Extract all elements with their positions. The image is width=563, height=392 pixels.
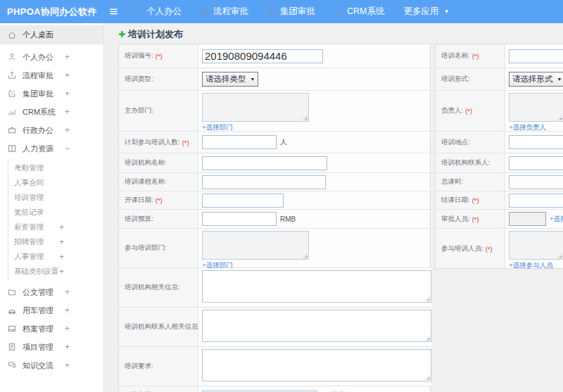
field-label-cell: 培训机构名称: [119,153,198,172]
sidebar-item-crm-system[interactable]: CRM系统+ [0,103,103,121]
training-org-contact-info-textarea[interactable] [202,310,431,342]
topbar: PHPOA协同办公软件 个人办公流程审批集团审批CRM系统更多应用▼ [0,0,563,23]
expand-toggle[interactable]: + [65,70,70,80]
field-label: 总课时: [441,177,463,186]
training-org-contact-input[interactable] [509,156,563,170]
required-mark: (*) [472,52,479,60]
expand-toggle[interactable]: + [65,342,70,352]
sidebar-subitem-salary-mgmt[interactable]: 薪资管理+ [8,220,103,234]
approver-link[interactable]: +选择审批人员 [550,215,563,224]
field-label: 培训课程名称: [125,177,167,186]
expand-toggle[interactable]: + [65,305,70,315]
caret-down-icon: ▼ [443,8,449,15]
sidebar-subitem-personnel-contract[interactable]: 人事合同 [8,175,103,190]
sidebar-subitem-training-mgmt[interactable]: 培训管理 [8,190,103,205]
participating-departments-textarea[interactable] [202,231,309,260]
sidebar-item-label: 知识交流 [23,360,53,371]
sidebar-item-label: 公文管理 [23,287,53,298]
sidebar-item-personal-office[interactable]: 个人办公+ [0,48,103,66]
training-requirements-textarea[interactable] [202,349,431,381]
nav-item-more-apps[interactable]: 更多应用▼ [403,6,449,18]
expand-toggle[interactable]: + [65,287,70,297]
field-label: 负责人: [441,106,463,115]
training-type-select[interactable]: 请选择类型▼ [202,72,258,87]
expand-toggle[interactable]: + [65,324,70,334]
required-mark: (*) [486,245,493,253]
expand-toggle[interactable]: − [65,144,70,153]
sidebar-item-vehicle-mgmt[interactable]: 用车管理+ [0,301,103,320]
training-org-name-input[interactable] [202,156,327,170]
sidebar-item-archive-mgmt[interactable]: 档案管理+ [0,320,103,338]
sidebar-item-personal-desktop[interactable]: 个人桌面 [0,25,103,44]
participating-persons-link[interactable]: +选择参与人员 [509,261,553,270]
sidebar-item-group-approval[interactable]: 集团审批+ [0,84,103,103]
expand-toggle[interactable]: + [59,267,64,277]
field-label: 培训类型: [125,75,153,84]
nav-item-label: 流程审批 [213,6,248,18]
approver-input[interactable] [509,212,546,226]
sidebar-item-document-mgmt[interactable]: 公文管理+ [0,283,103,301]
start-date-input[interactable] [202,194,284,208]
training-form-select[interactable]: 请选择形式▼ [509,72,563,87]
expand-toggle[interactable]: + [65,89,70,99]
sidebar-item-label: 项目管理 [23,342,53,353]
field-label-cell: 计划参与培训人数:(*) [119,132,198,153]
sidebar-subitem-basic-category-settings[interactable]: 基础类别设置+ [8,264,103,279]
training-course-name-input[interactable] [202,175,326,189]
training-name-input[interactable] [509,49,563,63]
training-location-input[interactable] [509,135,563,149]
sidebar-item-workflow-approval[interactable]: 流程审批+ [0,66,103,84]
sidebar-item-human-resources[interactable]: 人力资源− [0,139,103,158]
end-date-input[interactable] [509,194,563,208]
training-org-info-textarea[interactable] [202,270,431,303]
expand-toggle[interactable]: + [59,237,64,247]
sidebar-subitem-personnel-mgmt[interactable]: 人事管理+ [8,249,103,264]
nav-item-label: 个人办公 [146,6,182,18]
home-icon [7,30,17,40]
total-class-hours-input[interactable] [509,175,563,189]
expand-toggle[interactable]: + [65,107,70,117]
field-label-cell: 总课时: [436,173,505,191]
sidebar-subitem-attendance-mgmt[interactable]: 考勤管理 [8,160,103,175]
hamburger-menu-icon[interactable] [108,0,119,23]
form-row: 培训课程名称: [119,173,430,191]
expand-toggle[interactable]: + [65,360,70,370]
field-label: 培训编号: [125,51,153,61]
required-mark: (*) [156,52,163,60]
nav-item-group-approval[interactable]: 集团审批 [267,6,315,18]
nav-item-crm-system[interactable]: CRM系统 [334,6,384,18]
expand-toggle[interactable]: + [59,252,64,262]
field-value-cell [198,308,431,346]
field-label-cell: 开课日期:(*) [119,191,198,209]
person-in-charge-textarea[interactable] [509,93,563,122]
field-label-cell: 培训名称:(*) [436,44,505,68]
expand-toggle[interactable]: + [59,222,64,232]
sidebar-item-label: 行政办公 [23,125,53,136]
form-row: 附件文档:+附件上传 [119,386,430,392]
training-number-input[interactable] [202,49,323,63]
field-value-cell [505,132,563,153]
field-value-cell [505,191,563,209]
participating-persons-textarea[interactable] [509,231,563,260]
expand-toggle[interactable]: + [65,52,70,62]
sidebar-item-knowledge-exchange[interactable]: 知识交流+ [0,356,103,374]
expand-toggle[interactable]: + [65,125,70,135]
sidebar-item-label: 流程审批 [23,70,53,81]
training-form-right-table: 培训名称:(*)培训形式:请选择形式▼负责人:(*)+选择负责人培训地点:培训机… [435,44,563,269]
host-department-textarea[interactable] [202,93,309,122]
form-row: 参与培训部门:+选择部门 [119,229,430,268]
field-value-cell: +选择审批人员 [505,210,563,228]
required-mark: (*) [472,215,479,223]
sidebar-subitem-reward-punishment[interactable]: 奖惩记录 [8,205,103,220]
sidebar-item-admin-office[interactable]: 行政办公+ [0,121,103,139]
nav-item-personal-office[interactable]: 个人办公 [134,6,182,18]
field-label: 培训要求: [125,362,153,371]
sidebar-item-project-mgmt[interactable]: 项目管理+ [0,338,103,356]
chart-icon [7,107,17,117]
nav-item-workflow-approval[interactable]: 流程审批 [201,6,248,18]
sidebar: 个人桌面个人办公+流程审批+集团审批+CRM系统+行政办公+人力资源−考勤管理人… [0,23,104,392]
planned-participants-input[interactable] [202,135,277,149]
training-budget-input[interactable] [202,212,277,226]
form-row: 培训名称:(*) [436,44,563,68]
sidebar-subitem-recruitment-mgmt[interactable]: 招聘管理+ [8,234,103,249]
